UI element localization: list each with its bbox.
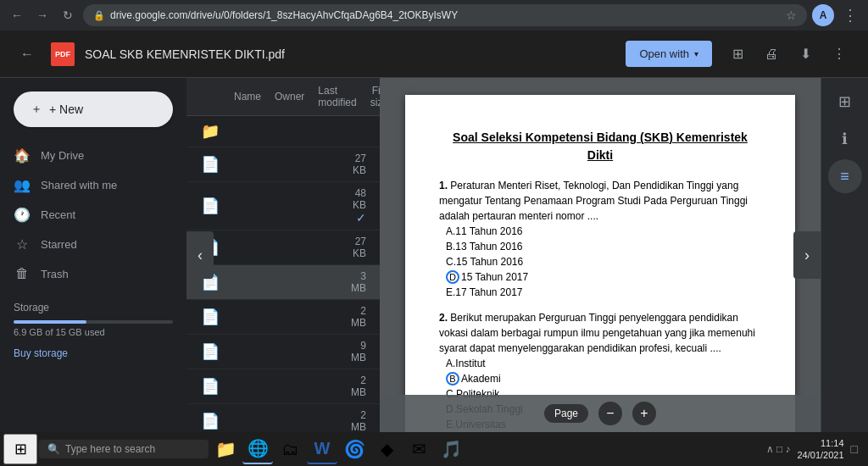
file-icon: 📄 — [200, 341, 220, 362]
q1-option-d: D15 Tahun 2017 — [446, 269, 761, 285]
right-activity-button[interactable]: ≡ — [828, 159, 862, 193]
trash-icon: 🗑 — [14, 266, 31, 281]
taskbar-app-spotify[interactable]: 🎵 — [436, 434, 466, 464]
pdf-title: Soal Seleksi Kompetensi Bidang (SKB) Kem… — [439, 129, 761, 164]
sidebar-item-shared[interactable]: 👥 Shared with me — [0, 170, 173, 200]
sidebar-item-label: Recent — [41, 208, 75, 221]
pdf-question-1: 1. Peraturan Menteri Riset, Teknologi, D… — [439, 178, 761, 300]
clock-time: 11:14 — [797, 437, 843, 449]
table-row[interactable]: 📄 2 MB — [186, 300, 380, 335]
file-icon: 📄 — [200, 154, 220, 175]
sidebar-item-label: Starred — [41, 238, 77, 251]
nav-left-button[interactable]: ‹ — [186, 231, 214, 279]
file-size: 27 KB — [344, 153, 366, 176]
file-list-area: Name Owner Last modified File size 📁 M..… — [186, 78, 380, 432]
page-indicator: Page — [544, 404, 588, 423]
sidebar-item-label: Shared with me — [41, 179, 117, 191]
file-icon: 📄 — [200, 376, 220, 397]
print-button[interactable]: 🖨 — [756, 39, 787, 69]
taskbar-app-edge[interactable]: 🌀 — [339, 434, 370, 464]
taskbar-app-dropbox[interactable]: ◆ — [371, 434, 402, 464]
pdf-panel: Soal Seleksi Kompetensi Bidang (SKB) Kem… — [380, 78, 821, 432]
download-button[interactable]: ⬇ — [790, 39, 821, 69]
column-modified: Last modified — [318, 85, 356, 108]
file-rows: 📁 M... 📄 Na... 27 KB 📄 48 KB ✓ — [186, 116, 380, 432]
back-button[interactable]: ← — [7, 5, 27, 25]
table-row[interactable]: 📄 48 KB ✓ — [186, 182, 380, 230]
right-panel: ⊞ ℹ ≡ — [821, 78, 868, 432]
file-size: 27 KB — [344, 236, 366, 259]
nav-right-button[interactable]: › — [793, 231, 821, 279]
table-row[interactable]: 📄 SOAL SKB KEMENRISTEK DIKTI.pdf 3 MB — [186, 265, 380, 300]
sidebar-item-label: My Drive — [41, 149, 84, 162]
table-row[interactable]: 📄 2 MB — [186, 369, 380, 404]
pdf-bottom-bar: Page − + — [380, 395, 821, 432]
storage-label: Storage — [14, 302, 173, 313]
new-button[interactable]: ＋ + New — [14, 92, 173, 127]
starred-icon: ☆ — [14, 236, 31, 252]
column-size: File size — [370, 85, 380, 108]
table-row[interactable]: 📄 Na... 27 KB — [186, 147, 380, 182]
recent-icon: 🕐 — [14, 207, 31, 223]
taskbar: ⊞ 🔍 Type here to search 📁 🌐 🗂 W 🌀 ◆ ✉ 🎵 … — [0, 432, 868, 466]
column-owner: Owner — [275, 91, 304, 103]
open-with-button[interactable]: Open with ▾ — [626, 41, 712, 67]
search-icon: 🔍 — [47, 443, 60, 455]
file-icon: 📁 — [200, 121, 220, 141]
sidebar-item-trash[interactable]: 🗑 Trash — [0, 259, 173, 288]
address-bar[interactable]: 🔒 drive.google.com/drive/u/0/folders/1_8… — [83, 4, 807, 26]
sidebar-item-label: Trash — [41, 268, 69, 280]
taskbar-time: 11:14 24/01/2021 — [797, 437, 843, 462]
forward-button[interactable]: → — [32, 5, 53, 25]
taskbar-app-word[interactable]: W — [307, 434, 337, 464]
sidebar-item-starred[interactable]: ☆ Starred — [0, 230, 173, 259]
storage-used-text: 6.9 GB of 15 GB used — [14, 327, 173, 337]
taskbar-app-explorer[interactable]: 📁 — [210, 434, 241, 464]
taskbar-systray-icons: ∧ □ ♪ — [766, 443, 791, 455]
sidebar-item-my-drive[interactable]: 🏠 My Drive — [0, 141, 173, 170]
file-icon: 📄 — [200, 196, 220, 216]
more-options-button[interactable]: ⋮ — [824, 39, 854, 69]
sidebar-item-recent[interactable]: 🕐 Recent — [0, 200, 173, 230]
file-size: 3 MB — [344, 270, 366, 294]
buy-storage-link[interactable]: Buy storage — [14, 347, 173, 359]
file-size: 2 MB — [344, 374, 366, 398]
table-row[interactable]: 📄 2 MB — [186, 404, 380, 432]
circle-mark-d: D — [446, 270, 459, 284]
zoom-in-button[interactable]: + — [632, 402, 656, 425]
file-icon: 📄 — [200, 411, 220, 431]
q1-option-b: B.13 Tahun 2016 — [446, 239, 761, 254]
q2-num: 2. — [439, 312, 448, 324]
taskbar-right: ∧ □ ♪ 11:14 24/01/2021 □ — [766, 437, 865, 462]
taskbar-app-chrome[interactable]: 🌐 — [242, 434, 273, 464]
table-row[interactable]: 📄 9 MB — [186, 335, 380, 369]
taskbar-app-files[interactable]: 🗂 — [275, 434, 305, 464]
table-row[interactable]: 📁 M... — [186, 116, 380, 147]
q2-option-b: BAkademi — [446, 371, 761, 386]
viewer-back-button[interactable]: ← — [14, 41, 41, 68]
right-grid-button[interactable]: ⊞ — [828, 85, 862, 119]
q1-option-e: E.17 Tahun 2017 — [446, 285, 761, 300]
q1-options: A.11 Tahun 2016 B.13 Tahun 2016 C.15 Tah… — [446, 224, 761, 300]
sidebar: ＋ + New 🏠 My Drive 👥 Shared with me 🕐 Re… — [0, 78, 186, 432]
profile-button[interactable]: A — [812, 4, 834, 26]
check-icon: ✓ — [356, 211, 366, 225]
taskbar-notification[interactable]: □ — [851, 442, 858, 456]
file-size: 48 KB ✓ — [344, 187, 366, 225]
grid-view-button[interactable]: ⊞ — [722, 39, 753, 69]
browser-menu-button[interactable]: ⋮ — [839, 6, 861, 25]
taskbar-app-mail[interactable]: ✉ — [403, 434, 434, 464]
q1-option-a: A.11 Tahun 2016 — [446, 224, 761, 239]
file-list-header: Name Owner Last modified File size — [186, 78, 380, 116]
taskbar-search[interactable]: 🔍 Type here to search — [39, 440, 209, 458]
zoom-out-button[interactable]: − — [598, 402, 622, 425]
new-icon: ＋ — [31, 102, 42, 117]
bookmark-icon[interactable]: ☆ — [786, 8, 797, 22]
refresh-button[interactable]: ↻ — [58, 5, 78, 25]
table-row[interactable]: 📄 27 KB — [186, 230, 380, 265]
right-info-button[interactable]: ℹ — [828, 122, 862, 156]
start-button[interactable]: ⊞ — [3, 434, 37, 464]
clock-date: 24/01/2021 — [797, 449, 843, 461]
open-with-label: Open with — [639, 47, 689, 60]
url-text: drive.google.com/drive/u/0/folders/1_8sz… — [110, 9, 781, 21]
